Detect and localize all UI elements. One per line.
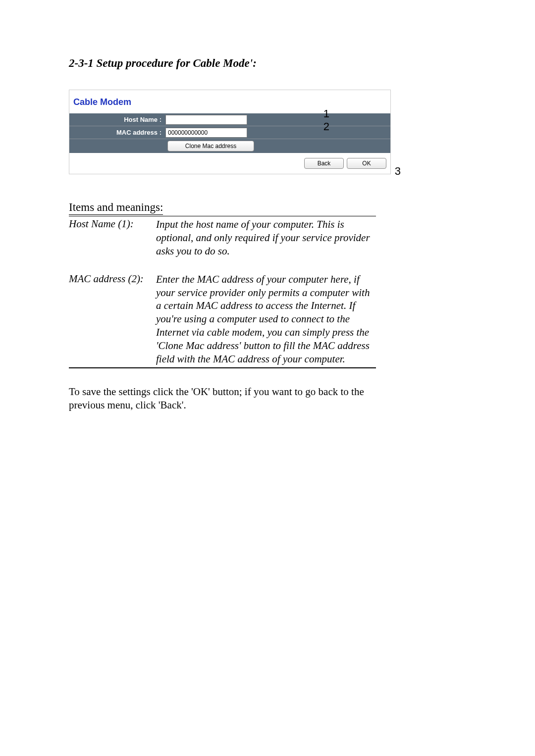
item-term: Host Name (1): [69,218,156,258]
back-button[interactable]: Back [304,158,344,169]
nav-button-row: Back OK [69,153,390,169]
section-heading: 2-3-1 Setup procedure for Cable Mode': [69,57,476,70]
mac-address-input[interactable] [165,128,247,138]
item-definition: Input the host name of your computer. Th… [156,218,376,258]
mac-address-label: MAC address : [69,129,165,136]
panel-title: Cable Modem [69,95,390,113]
items-heading: Items and meanings: [69,201,163,215]
ok-button[interactable]: OK [347,158,386,169]
save-paragraph: To save the settings click the 'OK' butt… [69,385,376,412]
item-row: Host Name (1): Input the host name of yo… [69,216,376,259]
item-definition: Enter the MAC address of your computer h… [156,273,376,366]
callout-1: 1 [323,107,329,120]
config-screenshot: Cable Modem Host Name : MAC address : Cl… [69,90,391,174]
host-name-row: Host Name : [69,113,390,126]
mac-address-row: MAC address : [69,126,390,139]
callout-2: 2 [323,120,329,133]
clone-row: Clone Mac address [69,139,390,153]
item-row: MAC address (2): Enter the MAC address o… [69,271,376,367]
callout-3: 3 [395,165,401,178]
host-name-label: Host Name : [69,116,165,123]
clone-mac-button[interactable]: Clone Mac address [167,141,254,151]
items-table: Host Name (1): Input the host name of yo… [69,216,376,368]
host-name-input[interactable] [165,115,247,125]
item-term: MAC address (2): [69,273,156,366]
